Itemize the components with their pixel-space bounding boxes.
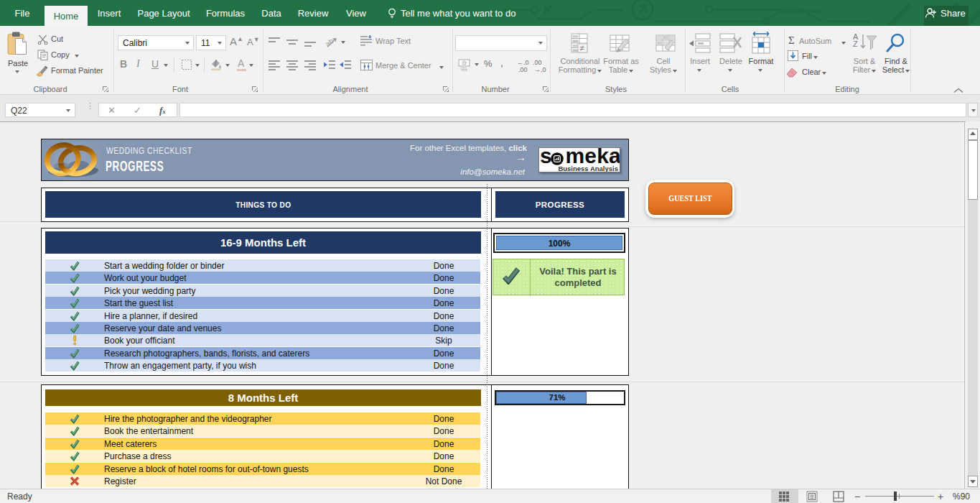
svg-text:ab: ab xyxy=(325,37,335,48)
svg-text:≠: ≠ xyxy=(580,43,585,53)
